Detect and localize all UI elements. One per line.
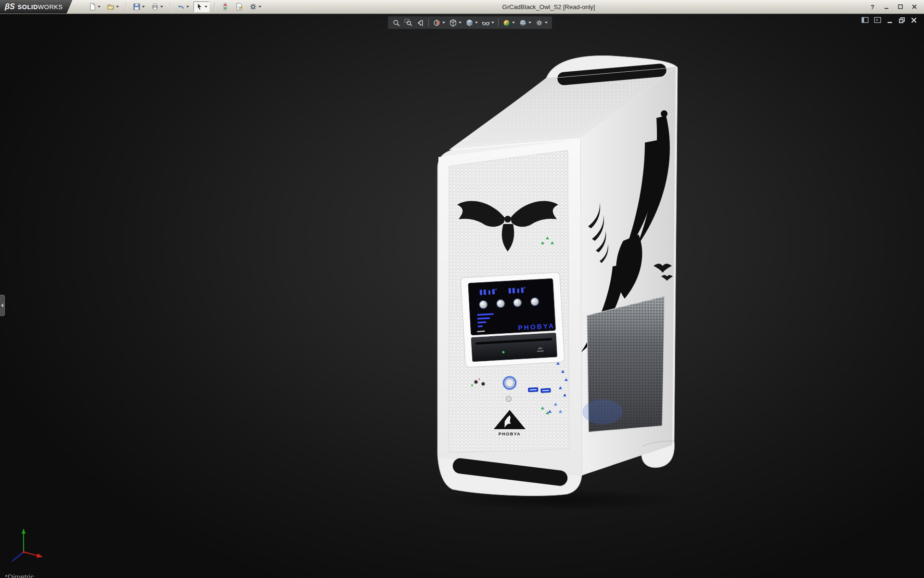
section-view-dropdown-arrow[interactable] <box>442 22 445 24</box>
apply-scene-icon <box>519 19 527 27</box>
undo-button[interactable] <box>175 1 191 12</box>
zoom-to-area-icon <box>404 19 412 27</box>
print-dropdown-arrow[interactable] <box>160 6 163 8</box>
options-gear-icon <box>249 3 257 11</box>
minimize-button[interactable] <box>882 2 891 12</box>
power-button <box>506 379 513 387</box>
rebuild-button[interactable] <box>219 1 231 12</box>
doc-minimize-icon <box>886 17 893 24</box>
file-properties-button[interactable] <box>233 1 245 12</box>
print-button[interactable] <box>149 1 165 12</box>
hud-separator <box>498 19 499 26</box>
section-view-button[interactable] <box>433 19 445 27</box>
minimize-icon <box>884 4 889 10</box>
previous-view-icon <box>416 19 424 27</box>
display-style-dropdown-arrow[interactable] <box>475 22 478 24</box>
save-dropdown-arrow[interactable] <box>142 6 145 8</box>
drive-bay-recess: PHOBYA <box>461 272 565 367</box>
solidworks-logo: βS SOLIDWORKS <box>0 0 72 13</box>
graphics-viewport[interactable]: PHOBYA <box>0 14 924 578</box>
hide-show-dropdown-arrow[interactable] <box>491 22 494 24</box>
toolbar-separator <box>214 2 215 11</box>
apply-scene-dropdown-arrow[interactable] <box>528 22 531 24</box>
print-icon <box>151 3 159 11</box>
file-properties-icon <box>235 3 243 11</box>
save-button[interactable] <box>131 1 147 12</box>
side-vent-window <box>582 296 665 432</box>
app-titlebar: βS SOLIDWORKS <box>0 0 924 14</box>
hud-separator <box>428 19 429 26</box>
solidworks-logo-icon: βS <box>5 2 15 11</box>
edit-appearance-ball-icon <box>502 19 511 27</box>
new-dropdown-arrow[interactable] <box>98 6 101 8</box>
select-cursor-icon <box>195 3 203 11</box>
close-button[interactable] <box>910 2 919 12</box>
apply-scene-button[interactable] <box>519 19 531 27</box>
edit-appearance-button[interactable] <box>502 19 515 27</box>
collapse-arrow-icon <box>1 303 3 307</box>
audio-jack <box>481 382 485 386</box>
select-tool-button[interactable] <box>193 1 209 12</box>
audio-jack <box>474 380 478 384</box>
save-floppy-icon <box>133 3 141 11</box>
panel-collapse-handle[interactable] <box>0 295 5 316</box>
rebuild-traffic-light-icon <box>221 3 229 11</box>
reference-triad <box>12 528 43 562</box>
section-view-icon <box>433 19 441 27</box>
open-folder-icon <box>107 3 115 11</box>
zoom-to-fit-button[interactable] <box>392 19 400 27</box>
dvd-drive <box>471 333 557 362</box>
collapse-pane-icon <box>861 16 869 24</box>
heads-up-view-toolbar <box>388 16 552 29</box>
collapse-display-pane-button[interactable] <box>861 16 869 26</box>
hide-show-glasses-icon <box>482 19 490 27</box>
fan-controller-lcd: PHOBYA <box>468 278 556 335</box>
zoom-to-area-button[interactable] <box>404 19 412 27</box>
view-orientation-button[interactable] <box>449 19 462 27</box>
edit-appearance-dropdown-arrow[interactable] <box>512 22 515 24</box>
doc-restore-button[interactable] <box>898 17 905 26</box>
close-icon <box>911 4 917 10</box>
expand-pane-icon <box>874 16 881 24</box>
case-front-panel: PHOBYA <box>438 139 582 476</box>
view-orientation-cube-icon <box>449 19 457 27</box>
reset-button <box>506 396 512 402</box>
doc-close-icon <box>911 17 917 24</box>
toolbar-separator <box>170 2 170 11</box>
expand-display-pane-button[interactable] <box>874 16 881 26</box>
toolbar-separator <box>126 2 126 11</box>
maximize-button[interactable] <box>896 2 905 12</box>
help-button[interactable]: ? <box>868 2 877 12</box>
open-dropdown-arrow[interactable] <box>116 6 119 8</box>
brand-light: WORKS <box>38 3 63 11</box>
view-settings-icon <box>535 19 543 27</box>
doc-minimize-button[interactable] <box>886 17 893 26</box>
solidworks-brand: SOLIDWORKS <box>18 3 63 11</box>
view-settings-button[interactable] <box>535 19 548 27</box>
window-controls: ? <box>868 2 919 12</box>
view-orientation-dropdown-arrow[interactable] <box>459 22 462 24</box>
options-button[interactable] <box>247 1 263 12</box>
case-side-panel <box>580 68 676 475</box>
hide-show-items-button[interactable] <box>482 19 494 27</box>
zoom-to-fit-icon <box>392 19 400 27</box>
phobya-logo-text: PHOBYA <box>499 432 521 436</box>
undo-dropdown-arrow[interactable] <box>186 6 189 8</box>
select-dropdown-arrow[interactable] <box>205 6 207 8</box>
options-dropdown-arrow[interactable] <box>258 6 261 8</box>
open-document-button[interactable] <box>105 1 121 12</box>
maximize-icon <box>898 4 903 10</box>
display-style-cube-icon <box>465 19 474 27</box>
standard-toolbar <box>87 1 263 12</box>
previous-view-button[interactable] <box>416 19 424 27</box>
model-render: PHOBYA <box>0 14 924 578</box>
undo-arrow-icon <box>177 3 185 11</box>
doc-close-button[interactable] <box>911 17 917 26</box>
new-document-icon <box>89 3 96 11</box>
new-document-button[interactable] <box>87 1 103 12</box>
document-window-controls <box>861 16 917 26</box>
window-title: GrCadBlack_Owl_S2 [Read-only] <box>502 3 595 11</box>
display-style-button[interactable] <box>465 19 478 27</box>
doc-restore-icon <box>898 17 905 24</box>
view-settings-dropdown-arrow[interactable] <box>545 22 548 24</box>
